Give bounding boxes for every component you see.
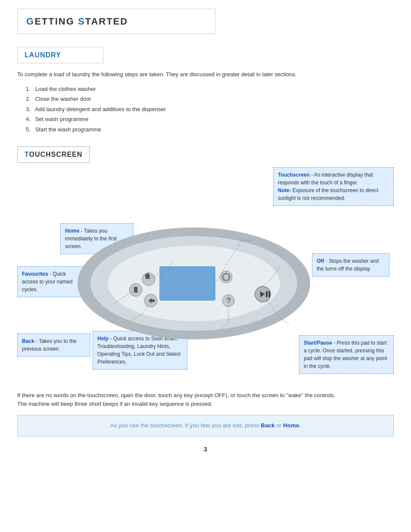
laundry-cap: L (25, 51, 29, 59)
ts-rest: OUCHSCREEN (29, 151, 82, 158)
svg-rect-20 (266, 291, 268, 297)
bottom-text-1: If there are no words on the touchscreen… (17, 391, 394, 408)
callout-favourites-dash: - (48, 271, 53, 277)
callout-back-bold: Back (22, 338, 34, 344)
svg-text:?: ? (227, 297, 231, 304)
touchscreen-header: TOUCHSCREEN (25, 151, 82, 158)
diagram-area: Touchscreen - An interactive display tha… (17, 167, 394, 383)
page-number: 3 (17, 445, 394, 454)
page-title-rest1: ETTING (34, 16, 78, 27)
tip-box: As you use the touchscreen, if you feel … (17, 415, 394, 436)
list-item: 1. Load the clothes washer (26, 85, 394, 93)
callout-note-bold: Note: (278, 187, 291, 193)
laundry-section-header-box: LAUNDRY (17, 47, 103, 63)
tip-prefix: As you use the touchscreen, if you feel … (110, 422, 261, 429)
callout-off: Off - Stops the washer and the turns off… (312, 253, 389, 277)
ts-cap: T (25, 151, 29, 158)
callout-touchscreen-bold: Touchscreen (278, 172, 310, 178)
svg-rect-21 (268, 291, 270, 297)
list-item: 3. Add laundry detergent and additives t… (26, 105, 394, 114)
intro-text: To complete a load of laundry the follow… (17, 70, 394, 79)
tip-back: Back (261, 422, 274, 429)
callout-touchscreen-dash: - (310, 172, 314, 178)
page-title-cap1: G (26, 16, 34, 27)
list-item: 4. Set wash programme (26, 115, 394, 124)
page-title-cap2: S (78, 16, 85, 27)
laundry-section-header: LAUNDRY (25, 51, 61, 59)
page-title-box: GETTING STARTED (17, 9, 215, 34)
laundry-rest: AUNDRY (29, 51, 61, 59)
list-item: 2. Close the washer door (26, 95, 394, 103)
bottom-para-1: If there are no words on the touchscreen… (17, 391, 394, 400)
tip-suffix: . (299, 422, 301, 429)
list-item: 5. Start the wash programme (26, 125, 394, 134)
page-title: GETTING STARTED (26, 16, 128, 27)
callout-startpause-dash: - (332, 340, 337, 346)
touchscreen-section: TOUCHSCREEN Touchscreen - An interactive… (17, 146, 394, 383)
tip-home: Home (283, 422, 299, 429)
svg-line-35 (280, 318, 289, 324)
tip-middle: or (275, 422, 283, 429)
callout-back-dash: - (34, 338, 39, 344)
bottom-para-2: The machine will beep three short beeps … (17, 400, 394, 408)
callout-off-dash: - (324, 258, 329, 264)
page-title-rest2: TARTED (85, 16, 128, 27)
callout-favourites-bold: Favourites (22, 271, 48, 277)
touchscreen-header-box: TOUCHSCREEN (17, 146, 90, 163)
steps-list: 1. Load the clothes washer 2. Close the … (26, 85, 394, 134)
washer-diagram: ? (69, 197, 319, 344)
